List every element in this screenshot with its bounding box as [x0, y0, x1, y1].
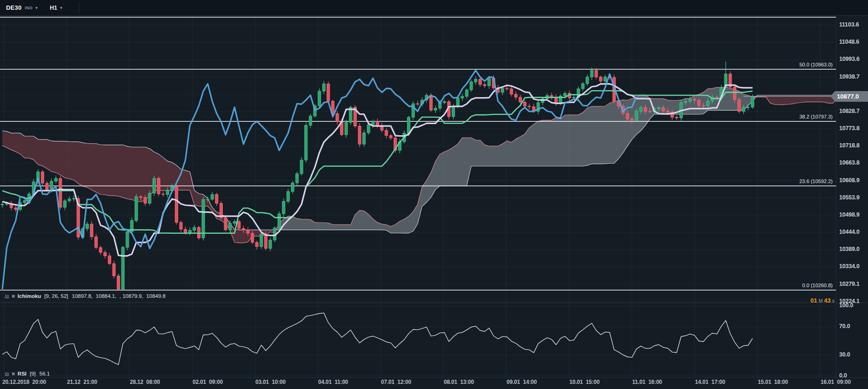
symbol-type-badge: IND — [25, 6, 33, 10]
time-axis-label: 21.12 21:00 — [67, 379, 97, 385]
ichimoku-cloud-bullish — [275, 87, 868, 233]
ichimoku-legend: ▤ ✖ Ichimoku [9, 26, 52] 10897.8, 10884.… — [5, 293, 166, 299]
legend-settings-icon[interactable]: ▤ — [5, 294, 9, 299]
price-axis-label: 10608.9 — [839, 177, 860, 184]
time-axis-label: 20.12.2018 20:00 — [2, 379, 46, 385]
fib-level-label: 23.6 (10592.2) — [799, 178, 833, 184]
price-axis-label: 10389.0 — [839, 246, 860, 252]
price-axis-label: 11103.6 — [839, 21, 859, 28]
indicator-name: Ichimoku — [18, 293, 41, 299]
time-axis-label: 11.01 16:00 — [632, 379, 662, 385]
trading-workspace: DE30 IND ▾ H1 ▾ ▤ ✖ Ichimoku [9, 26, 52]… — [0, 0, 868, 389]
fib-level-label: 50.0 (10963.0) — [799, 62, 833, 67]
time-axis-label: 08.01 13:00 — [444, 379, 474, 385]
legend-settings-icon[interactable]: ▤ — [5, 371, 9, 376]
candle-countdown-timer: 01 M 43 s — [804, 290, 835, 311]
price-axis-label: 11048.6 — [839, 39, 859, 45]
indicator-value: 56.1 — [40, 371, 50, 376]
time-axis-label: 15.01 18:00 — [758, 379, 788, 385]
rsi-axis-label: 30.0 — [839, 351, 850, 358]
fib-level-label: 0.0 (10260.8) — [802, 283, 833, 288]
ichimoku-cloud-bearish — [2, 95, 837, 243]
timeframe-button[interactable]: H1 — [50, 5, 57, 11]
time-axis-label: 04.01 11:00 — [318, 379, 348, 385]
time-axis-label: 10.01 15:00 — [569, 379, 600, 385]
price-axis-label: 10444.0 — [839, 229, 860, 235]
price-axis-label: 10938.7 — [839, 73, 860, 80]
symbol-dropdown-arrow-icon[interactable]: ▾ — [35, 5, 38, 10]
current-price-tag: 10877.0 — [835, 91, 868, 102]
indicator-params: [9] — [30, 371, 36, 376]
price-axis-label: 10663.8 — [839, 159, 860, 166]
price-axis-label: 10828.7 — [839, 108, 860, 114]
symbol-button[interactable]: DE30 — [6, 4, 21, 11]
indicator-values: 10897.8, 10884.1, , 10879.9, 10849.8 — [72, 293, 165, 299]
toolbar-divider — [79, 2, 80, 13]
rsi-axis-label: 100.0 — [839, 302, 853, 309]
rsi-legend: ▤ ✖ RSI [9] 56.1 — [5, 371, 50, 376]
top-toolbar: DE30 IND ▾ H1 ▾ — [0, 0, 868, 16]
legend-close-icon[interactable]: ✖ — [11, 371, 15, 376]
price-axis-label: 10498.9 — [839, 211, 860, 218]
price-axis-label: 10279.1 — [839, 281, 860, 287]
rsi-line — [2, 313, 753, 364]
time-axis-label: 28.12 08:00 — [130, 379, 160, 385]
fib-level-label: 38.2 (10797.3) — [799, 114, 833, 119]
indicator-name: RSI — [18, 371, 27, 376]
price-chart-canvas[interactable] — [0, 0, 868, 389]
time-axis-label: 09.01 14:00 — [507, 379, 537, 385]
time-axis-label: 14.01 17:00 — [695, 379, 725, 385]
price-axis-label: 10773.8 — [839, 125, 860, 132]
price-axis-label: 10334.0 — [839, 263, 860, 270]
time-axis-label: 07.01 12:00 — [381, 379, 411, 385]
current-price-value: 10877.0 — [837, 93, 859, 100]
legend-close-icon[interactable]: ✖ — [11, 294, 15, 299]
price-axis-label: 10993.6 — [839, 56, 860, 62]
rsi-axis-label: 0.0 — [839, 372, 847, 379]
tag-arrow-icon — [830, 91, 835, 101]
rsi-axis-label: 70.0 — [839, 323, 850, 330]
time-axis-label: 02.01 09:00 — [193, 379, 223, 385]
price-axis-label: 10718.8 — [839, 142, 860, 149]
time-axis-label: 16.01 09:00 — [821, 379, 851, 385]
price-axis-label: 10553.9 — [839, 194, 860, 201]
indicator-params: [9, 26, 52] — [44, 293, 68, 299]
time-axis-label: 03.01 10:00 — [255, 379, 286, 385]
rsi-pane[interactable] — [2, 313, 753, 364]
timeframe-dropdown-arrow-icon[interactable]: ▾ — [60, 5, 62, 10]
